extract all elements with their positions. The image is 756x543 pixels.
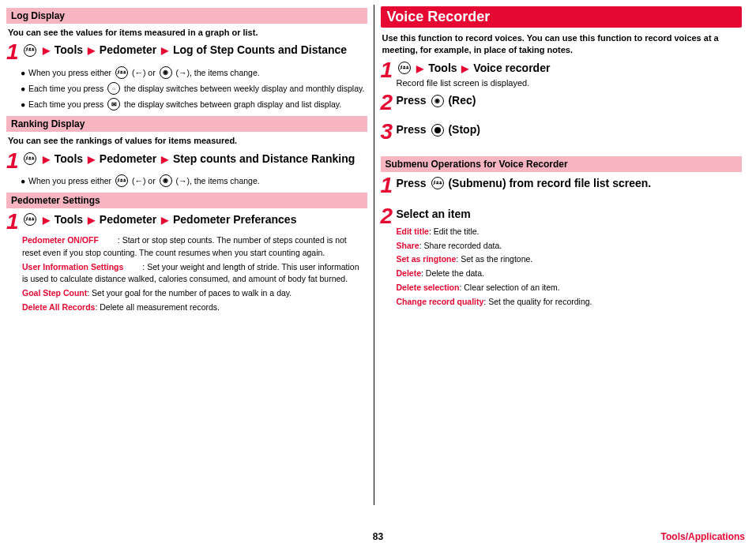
chapter-title: Tools/Applications <box>661 531 745 542</box>
mail-key-icon: ✉ <box>107 98 120 110</box>
step-submenu-1-text: Press ﾒﾆｭ (Submenu) from record file lis… <box>397 175 652 195</box>
text: (→), the items change. <box>175 176 259 185</box>
log-bullet-3: ● Each time you press ✉ the display swit… <box>21 99 367 111</box>
step-submenu-1: 1 Press ﾒﾆｭ (Submenu) from record file l… <box>381 175 743 195</box>
text: (Rec) <box>448 94 476 107</box>
bc-tools: Tools <box>55 213 83 226</box>
def-on-off: Pedometer ON/OFF: Start or stop step cou… <box>22 234 367 260</box>
desc: : Edit the title. <box>429 227 480 236</box>
text: Press <box>397 177 430 189</box>
term: User Information Settings <box>22 262 123 272</box>
arrow-right-icon: ▶ <box>415 63 425 74</box>
text: the display switches between graph displ… <box>124 99 341 109</box>
term: Share <box>397 241 419 250</box>
text: (Stop) <box>448 123 480 136</box>
bc-tools: Tools <box>428 62 457 74</box>
text: When you press either <box>28 176 114 185</box>
def-delete-all: Delete All Records: Delete all measureme… <box>22 301 367 314</box>
step-vr-1-note: Record file list screen is displayed. <box>397 77 551 90</box>
step-number-icon: 3 <box>381 122 397 141</box>
bc-log-steps: Log of Step Counts and Distance <box>173 43 347 56</box>
menu-key-icon: ﾒﾆｭ <box>431 177 444 189</box>
menu-key-icon: ﾒﾆｭ <box>115 174 128 187</box>
arrow-right-icon: ▶ <box>41 215 51 226</box>
step-vr-1: 1 ﾒﾆｭ ▶ Tools ▶ Voice recorder Record fi… <box>381 60 743 90</box>
settings-definitions: Pedometer ON/OFF: Start or stop step cou… <box>22 234 367 314</box>
text: (→), the items change. <box>175 68 259 77</box>
center-key-icon <box>431 124 444 137</box>
desc: : Set the quality for recording. <box>483 297 592 306</box>
heading-submenu-vr: Submenu Operations for Voice Recorder <box>381 156 743 172</box>
heading-pedometer-settings: Pedometer Settings <box>6 193 367 208</box>
def-ringtone: Set as ringtone: Set as the ringtone. <box>397 253 592 266</box>
arrow-right-icon: ▶ <box>86 154 96 165</box>
arrow-right-icon: ▶ <box>86 215 96 226</box>
term: Pedometer ON/OFF <box>22 235 99 245</box>
step-vr-3-text: Press (Stop) <box>397 122 480 141</box>
step-number-icon: 1 <box>381 60 397 90</box>
text: (←) or <box>132 68 158 77</box>
def-delete-sel: Delete selection: Clear selection of an … <box>397 282 592 294</box>
term: Goal Step Count <box>22 288 87 298</box>
desc: : Delete the data. <box>421 268 484 278</box>
bc-pedometer: Pedometer <box>100 213 156 226</box>
text: Press <box>397 123 430 136</box>
step-set-1-text: ﾒﾆｭ ▶ Tools ▶ Pedometer ▶ Pedometer Pref… <box>22 212 296 231</box>
desc: : Clear selection of an item. <box>459 283 559 292</box>
menu-key-icon: ﾒﾆｭ <box>398 62 411 74</box>
step-number-icon: 2 <box>381 92 397 112</box>
def-edit-title: Edit title: Edit the title. <box>397 226 592 238</box>
desc: : Set as the ringtone. <box>456 254 532 264</box>
lead-ranking: You can see the rankings of values for i… <box>8 135 366 147</box>
text: Press <box>397 94 430 107</box>
def-share: Share: Share recorded data. <box>397 240 592 253</box>
arrow-right-icon: ▶ <box>460 63 470 74</box>
page-number: 83 <box>373 531 383 542</box>
bc-pedometer: Pedometer <box>100 152 156 165</box>
menu-key-icon: ﾒﾆｭ <box>115 66 128 79</box>
left-column: Log Display You can see the values for i… <box>0 5 374 505</box>
step-submenu-2-title: Select an item <box>397 206 592 223</box>
arrow-right-icon: ▶ <box>41 154 51 165</box>
log-bullet-2: ● Each time you press ⌂ the display swit… <box>21 83 367 95</box>
heading-ranking: Ranking Display <box>6 116 367 132</box>
desc: : Delete all measurement records. <box>95 302 220 312</box>
step-number-icon: 1 <box>6 212 22 231</box>
text: (←) or <box>132 176 158 185</box>
menu-key-icon: ﾒﾆｭ <box>24 213 36 226</box>
menu-key-icon: ﾒﾆｭ <box>24 152 36 165</box>
heading-log-display: Log Display <box>6 8 367 24</box>
bc-tools: Tools <box>55 152 83 165</box>
right-column: Voice Recorder Use this function to reco… <box>374 5 749 505</box>
bc-pref: Pedometer Preferances <box>173 213 296 226</box>
term: Delete <box>397 268 422 278</box>
step-number-icon: 1 <box>6 42 22 62</box>
step-set-1: 1 ﾒﾆｭ ▶ Tools ▶ Pedometer ▶ Pedometer Pr… <box>6 212 367 231</box>
camera-key-icon: ◉ <box>160 174 172 187</box>
step-rank-1-text: ﾒﾆｭ ▶ Tools ▶ Pedometer ▶ Step counts an… <box>22 151 355 170</box>
def-goal: Goal Step Count: Set your goal for the n… <box>22 287 367 300</box>
page-body: Log Display You can see the values for i… <box>0 0 756 505</box>
text: (Submenu) from record file list screen. <box>448 177 651 189</box>
bc-tools: Tools <box>55 43 83 56</box>
arrow-right-icon: ▶ <box>41 45 51 56</box>
lead-log-display: You can see the values for items measure… <box>8 27 366 39</box>
desc: : Set your goal for the number of paces … <box>87 288 291 298</box>
log-bullets: ● When you press either ﾒﾆｭ (←) or ◉ (→)… <box>21 67 367 112</box>
text: Each time you press <box>28 99 106 109</box>
def-delete: Delete: Delete the data. <box>397 268 592 280</box>
tv-key-icon: ⌂ <box>107 82 120 95</box>
text: When you press either <box>28 68 114 77</box>
camera-key-icon: ◉ <box>431 95 444 107</box>
desc: : Share recorded data. <box>419 241 502 250</box>
step-vr-3: 3 Press (Stop) <box>381 122 743 141</box>
step-log-1-text: ﾒﾆｭ ▶ Tools ▶ Pedometer ▶ Log of Step Co… <box>22 42 347 62</box>
log-bullet-1: ● When you press either ﾒﾆｭ (←) or ◉ (→)… <box>21 67 367 80</box>
submenu-definitions: Edit title: Edit the title. Share: Share… <box>397 226 592 309</box>
step-number-icon: 1 <box>6 151 22 170</box>
step-vr-2: 2 Press ◉ (Rec) <box>381 92 743 112</box>
term: Delete All Records <box>22 302 95 312</box>
bc-step-counts: Step counts and Distance Ranking <box>173 152 355 165</box>
rank-bullet-1: ● When you press either ﾒﾆｭ (←) or ◉ (→)… <box>21 175 367 188</box>
step-rank-1: 1 ﾒﾆｭ ▶ Tools ▶ Pedometer ▶ Step counts … <box>6 151 367 170</box>
